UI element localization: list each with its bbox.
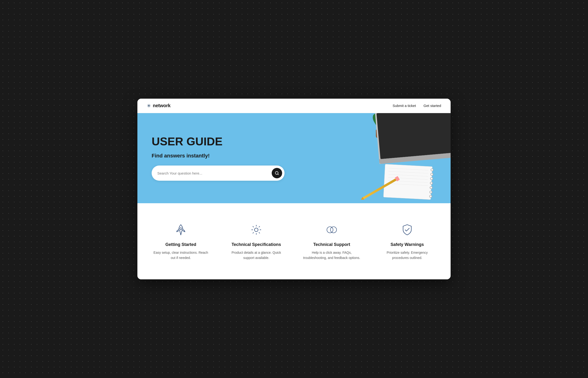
- spiral-ring: [430, 177, 433, 180]
- feature-card-technical-support: Technical Support Help is a click away. …: [298, 217, 366, 265]
- svg-point-3: [254, 228, 258, 231]
- spiral-ring: [430, 190, 433, 193]
- laptop-screen: [377, 113, 451, 159]
- feature-desc-technical-specifications: Product details at a glance. Quick suppo…: [227, 250, 285, 261]
- search-bar: [152, 165, 284, 181]
- logo[interactable]: ✳ network: [147, 103, 171, 108]
- notebook-line: [389, 174, 428, 176]
- gear-icon: [249, 222, 264, 237]
- feature-title-safety-warnings: Safety Warnings: [391, 242, 424, 247]
- navbar: ✳ network Submit a ticket Get started: [137, 99, 451, 113]
- desk-scene: [288, 113, 451, 203]
- search-input[interactable]: [157, 171, 272, 175]
- search-icon: [275, 171, 279, 175]
- spiral-ring: [431, 173, 434, 176]
- browser-window: ✳ network Submit a ticket Get started: [137, 99, 451, 280]
- svg-point-2: [180, 228, 182, 230]
- notebook-line: [388, 183, 428, 186]
- logo-icon: ✳: [147, 103, 151, 108]
- logo-text: network: [153, 103, 171, 108]
- spiral-ring: [430, 181, 433, 185]
- hero-subtitle: Find answers instantly!: [152, 153, 311, 159]
- feature-title-technical-specifications: Technical Specifications: [232, 242, 281, 247]
- feature-card-getting-started: Getting Started Easy setup, clear instru…: [147, 217, 215, 265]
- rocket-icon: [173, 222, 188, 237]
- svg-point-5: [330, 227, 336, 233]
- get-started-link[interactable]: Get started: [423, 104, 441, 108]
- feature-title-technical-support: Technical Support: [313, 242, 350, 247]
- support-icon: [324, 222, 339, 237]
- features-section: Getting Started Easy setup, clear instru…: [137, 203, 451, 280]
- hero-title: USER GUIDE: [152, 135, 311, 148]
- spiral-ring: [429, 195, 432, 198]
- shield-icon: [400, 222, 415, 237]
- feature-desc-safety-warnings: Prioritize safety. Emergency procedures …: [378, 250, 436, 261]
- notebook-line: [389, 168, 429, 170]
- feature-card-technical-specifications: Technical Specifications Product details…: [222, 217, 290, 265]
- nav-links: Submit a ticket Get started: [392, 104, 441, 108]
- hero-section: USER GUIDE Find answers instantly!: [137, 113, 451, 203]
- svg-point-4: [327, 227, 333, 233]
- laptop-decoration: [375, 113, 451, 164]
- spiral-ring: [431, 168, 434, 171]
- notebook-line: [389, 171, 428, 173]
- submit-ticket-link[interactable]: Submit a ticket: [392, 104, 416, 108]
- hero-content: USER GUIDE Find answers instantly!: [152, 135, 311, 181]
- feature-desc-getting-started: Easy setup, clear instructions. Reach ou…: [152, 250, 210, 261]
- feature-desc-technical-support: Help is a click away. FAQs, troubleshoot…: [303, 250, 361, 261]
- spiral-ring: [430, 186, 433, 189]
- feature-title-getting-started: Getting Started: [165, 242, 196, 247]
- search-button[interactable]: [272, 168, 282, 178]
- svg-line-1: [278, 174, 278, 175]
- feature-card-safety-warnings: Safety Warnings Prioritize safety. Emerg…: [373, 217, 441, 265]
